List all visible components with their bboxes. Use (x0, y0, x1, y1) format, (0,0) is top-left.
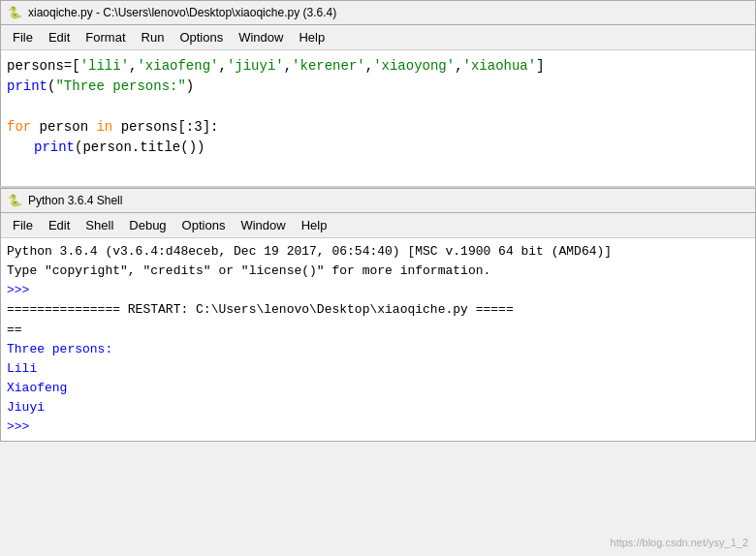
shell-menu-file[interactable]: File (5, 215, 41, 235)
shell-menu-shell[interactable]: Shell (78, 215, 121, 235)
shell-output-three: Three persons: (7, 340, 749, 359)
code-line-4: print(person.title()) (7, 138, 749, 158)
editor-menu-help[interactable]: Help (291, 27, 332, 47)
shell-menu-window[interactable]: Window (233, 215, 293, 235)
shell-prompt1: >>> (7, 281, 749, 300)
shell-title: Python 3.6.4 Shell (28, 194, 122, 207)
shell-title-bar: 🐍 Python 3.6.4 Shell (1, 189, 755, 213)
editor-menu-edit[interactable]: Edit (41, 27, 78, 47)
editor-menu-options[interactable]: Options (172, 27, 231, 47)
shell-menu-edit[interactable]: Edit (41, 215, 78, 235)
shell-restart-line: =============== RESTART: C:\Users\lenovo… (7, 300, 749, 320)
shell-output-jiuyi: Jiuyi (7, 398, 749, 417)
shell-line-info2: Type "copyright", "credits" or "license(… (7, 262, 749, 281)
editor-menu-run[interactable]: Run (134, 27, 173, 47)
shell-icon: 🐍 (7, 193, 22, 208)
shell-window: 🐍 Python 3.6.4 Shell File Edit Shell Deb… (0, 188, 756, 442)
editor-window: 🐍 xiaoqiche.py - C:\Users\lenovo\Desktop… (0, 0, 756, 186)
editor-title: xiaoqiche.py - C:\Users\lenovo\Desktop\x… (28, 6, 336, 19)
editor-icon: 🐍 (7, 5, 22, 20)
shell-menu-help[interactable]: Help (294, 215, 335, 235)
editor-title-bar: 🐍 xiaoqiche.py - C:\Users\lenovo\Desktop… (1, 1, 755, 25)
shell-line-info1: Python 3.6.4 (v3.6.4:d48eceb, Dec 19 201… (7, 242, 749, 262)
watermark: https://blog.csdn.net/ysy_1_2 (611, 537, 748, 548)
shell-menu-bar: File Edit Shell Debug Options Window Hel… (1, 213, 755, 238)
shell-prompt2: >>> (7, 417, 749, 437)
editor-menu-bar: File Edit Format Run Options Window Help (1, 25, 755, 50)
shell-output-xiaofeng: Xiaofeng (7, 379, 749, 398)
code-line-2: print("Three persons:") (7, 77, 749, 97)
editor-menu-format[interactable]: Format (78, 27, 133, 47)
shell-eq-line: == (7, 321, 749, 340)
code-line-blank (7, 97, 749, 117)
shell-output-lili: Lili (7, 359, 749, 379)
editor-menu-window[interactable]: Window (231, 27, 291, 47)
code-line-3: for person in persons[:3]: (7, 117, 749, 138)
code-line-1: persons=['lili','xiaofeng','jiuyi','kere… (7, 56, 749, 77)
shell-menu-debug[interactable]: Debug (121, 215, 173, 235)
shell-output[interactable]: Python 3.6.4 (v3.6.4:d48eceb, Dec 19 201… (1, 238, 755, 441)
editor-menu-file[interactable]: File (5, 27, 41, 47)
shell-menu-options[interactable]: Options (174, 215, 234, 235)
code-editor[interactable]: persons=['lili','xiaofeng','jiuyi','kere… (1, 50, 755, 186)
